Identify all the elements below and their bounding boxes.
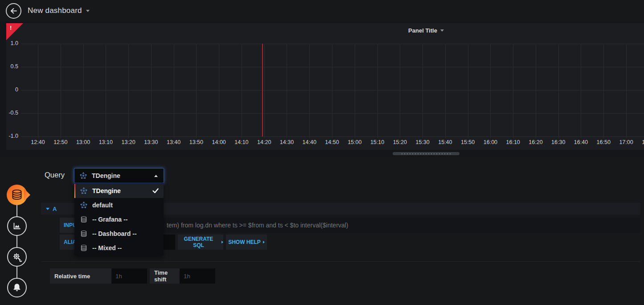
datasource-select[interactable]: TDengine [74, 169, 164, 183]
gear-icon [12, 251, 23, 263]
sidebar-item-queries[interactable] [5, 184, 30, 206]
datasource-option[interactable]: -- Dashboard -- [74, 227, 164, 241]
database-icon [5, 184, 30, 206]
panel-error-corner[interactable] [6, 23, 23, 40]
grid-line-v [242, 44, 242, 138]
relative-time-label: Relative time [50, 268, 111, 284]
datasource-option[interactable]: TDengine [74, 184, 164, 198]
grid-line-v [219, 44, 219, 138]
panel-editor: Query TDengine TDenginedefault-- Grafana… [0, 157, 644, 305]
y-tick-label: -1.0 [7, 133, 18, 139]
graph-panel: Panel Title ! 1.00.50-0.5-1.012:4012:501… [6, 23, 644, 150]
x-tick-label: 13:10 [96, 139, 115, 145]
grid-line-v [332, 44, 332, 138]
sidebar-item-alert[interactable] [7, 278, 27, 297]
panel-resize-handle[interactable] [393, 152, 459, 155]
grid-line-v [490, 44, 491, 138]
grid-line-v [287, 44, 287, 138]
dashboard-title-dropdown[interactable]: New dashboard [28, 0, 90, 21]
panel-title: Panel Title [408, 27, 437, 34]
show-help-label: SHOW HELP [228, 239, 261, 245]
chevron-down-icon [86, 10, 90, 12]
generate-sql-button[interactable]: GENERATE SQL [178, 235, 223, 250]
plot-area: 1.00.50-0.5-1.012:4012:5013:0013:1013:20… [21, 44, 644, 136]
grid-line-v [626, 44, 627, 138]
bell-icon [12, 282, 22, 293]
datasource-option-label: -- Mixed -- [92, 244, 164, 251]
grid-line-v [445, 44, 446, 138]
y-tick-label: 0.5 [7, 63, 18, 70]
plugin-icon [80, 187, 88, 194]
x-tick-label: 15:10 [368, 139, 387, 145]
grid-line-h [21, 90, 644, 91]
datasource-option[interactable]: -- Grafana -- [74, 212, 164, 227]
grid-line-v [151, 44, 152, 138]
x-tick-label: 15:40 [435, 139, 455, 145]
grid-line-v [468, 44, 468, 138]
x-tick-label: 15:50 [458, 139, 478, 145]
panel-header[interactable]: Panel Title [6, 24, 644, 37]
grid-line-v [174, 44, 174, 138]
caret-up-icon [154, 175, 158, 177]
grid-line-v [581, 44, 581, 138]
x-tick-label: 14:40 [299, 139, 319, 145]
x-tick-label: 16:40 [571, 139, 591, 145]
tab-connector-line [16, 195, 17, 288]
grid-line-v [422, 44, 423, 138]
y-tick-label: 0 [7, 87, 18, 93]
grid-line-v [558, 44, 559, 138]
chart-icon [12, 221, 22, 231]
annotation-vline [262, 44, 263, 136]
sidebar-item-general[interactable] [7, 247, 27, 267]
grafana-app: New dashboard Panel Title ! 1.00.50-0.5-… [0, 0, 644, 305]
grid-line-v [61, 44, 61, 138]
grid-line-v [128, 44, 129, 138]
query-ref-id: A [53, 206, 57, 212]
grid-line-h [21, 136, 644, 137]
grid-line-v [513, 44, 513, 138]
grid-line-v [309, 44, 310, 138]
grid-line-v [536, 44, 536, 138]
datasource-option-label: default [92, 202, 164, 209]
error-exclamation-icon: ! [10, 25, 12, 31]
time-shift-input[interactable] [180, 268, 215, 284]
database-icon [80, 216, 88, 223]
top-nav: New dashboard [0, 0, 644, 21]
x-tick-label: 16:20 [526, 139, 546, 145]
sql-input[interactable]: tem) from log.dn where ts >= $from and t… [101, 218, 640, 233]
x-tick-label: 12:40 [28, 139, 48, 145]
grid-line-v [83, 44, 84, 138]
datasource-value: TDengine [92, 172, 154, 179]
page-title: New dashboard [28, 6, 82, 15]
relative-time-input[interactable] [111, 268, 147, 284]
datasource-option[interactable]: -- Mixed -- [74, 241, 164, 255]
x-tick-label: 13:30 [141, 139, 161, 145]
x-tick-label: 16:50 [594, 139, 613, 145]
caret-right-icon [263, 241, 265, 243]
grid-line-v [400, 44, 400, 138]
show-help-button[interactable]: SHOW HELP [226, 235, 267, 250]
grid-line-h [21, 67, 644, 67]
y-tick-label: 1.0 [7, 40, 18, 46]
x-tick-label: 13:40 [164, 139, 184, 145]
section-divider [41, 261, 640, 262]
grid-line-v [264, 44, 265, 138]
check-icon [152, 188, 159, 194]
x-tick-label: 14:50 [322, 139, 342, 145]
database-icon [80, 230, 88, 237]
collapse-caret-icon [46, 208, 49, 210]
x-tick-label: 13:20 [119, 139, 138, 145]
grid-line-h [21, 113, 644, 114]
x-tick-label: 16:00 [480, 139, 500, 145]
datasource-menu: TDenginedefault-- Grafana ---- Dashboard… [74, 183, 164, 256]
back-button[interactable] [6, 3, 21, 19]
datasource-option[interactable]: default [74, 198, 164, 212]
x-tick-label: 14:10 [232, 139, 251, 145]
x-tick-label: 13:00 [74, 139, 93, 145]
x-tick-label: 14:30 [277, 139, 296, 145]
x-tick-label: 16:30 [549, 139, 568, 145]
panel-menu-caret-icon [440, 29, 444, 32]
sidebar-item-visualization[interactable] [7, 216, 27, 236]
x-tick-label: 12:50 [51, 139, 70, 145]
x-tick-label: 15:20 [390, 139, 410, 145]
